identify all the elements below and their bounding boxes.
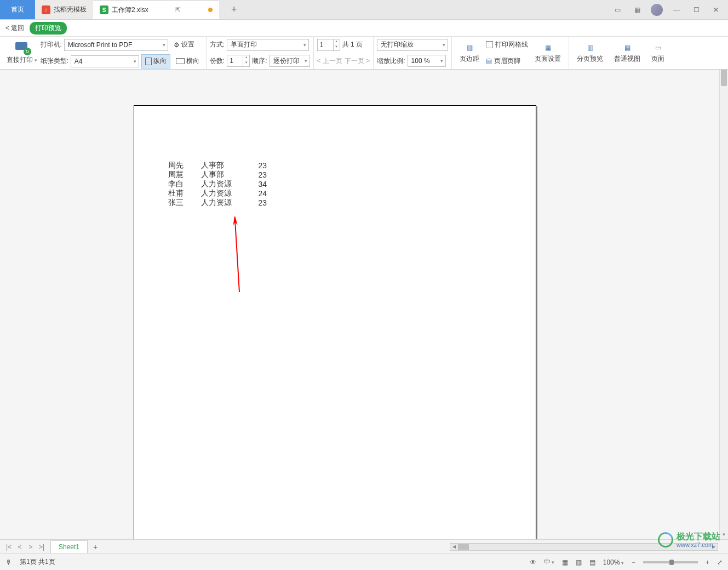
mode-label: 方式: — [210, 40, 225, 49]
settings-button[interactable]: ⚙设置 — [170, 38, 198, 52]
printer-icon — [14, 41, 30, 54]
ime-button[interactable]: 中 — [544, 557, 554, 567]
status-bar: 🎙 第1页 共1页 👁 中 ▦ ▥ ▤ 100% − + ⤢ — [0, 554, 728, 570]
minimize-button[interactable]: — — [669, 2, 684, 18]
vertical-scrollbar[interactable]: ▲ ▼ — [719, 70, 728, 539]
group-pagenav: 1▲▼ 共 1 页 < 上一页 下一页 > — [314, 37, 374, 69]
layout1-icon[interactable]: ▭ — [610, 2, 625, 18]
pagebreak-button[interactable]: ▥分页预览 — [572, 38, 607, 68]
page-info-label: 第1页 共1页 — [20, 557, 55, 567]
scroll-down-icon[interactable]: ▼ — [720, 531, 728, 539]
sheet-nav: |< < > >| — [0, 543, 50, 551]
grid-icon: ▦ — [622, 42, 633, 53]
share-icon[interactable]: ⇱ — [175, 6, 181, 14]
table-row: 李白人力资源34 — [168, 179, 267, 189]
sheet-first-button[interactable]: |< — [3, 543, 14, 551]
mode-select[interactable]: 单面打印 — [227, 39, 309, 51]
close-button[interactable]: ✕ — [708, 2, 724, 18]
landscape-button[interactable]: 横向 — [173, 54, 203, 69]
gridlines-checkbox[interactable] — [486, 41, 493, 48]
paper-label: 纸张类型: — [41, 56, 68, 66]
scale-select[interactable]: 无打印缩放 — [377, 39, 448, 51]
page-view-button[interactable]: ▭页面 — [647, 38, 669, 68]
zoom-value[interactable]: 100% — [603, 558, 624, 566]
group-mode: 方式: 单面打印 份数: 1▲▼ 顺序: 逐份打印 — [207, 37, 314, 69]
page-icon: ▭ — [652, 42, 663, 53]
normal-view-button[interactable]: ▦普通视图 — [610, 38, 645, 68]
zoom-slider[interactable] — [643, 561, 698, 563]
annotation-arrow — [232, 216, 243, 293]
tab-template[interactable]: ↓ 找稻壳模板 — [35, 0, 93, 19]
headerfooter-button[interactable]: 页眉页脚 — [494, 56, 520, 66]
unsaved-dot — [208, 8, 213, 12]
toolbar: 直接打印 打印机: Microsoft Print to PDF ⚙设置 纸张类… — [0, 37, 728, 70]
ratio-select[interactable]: 100 % — [408, 55, 446, 67]
copies-label: 份数: — [210, 56, 225, 66]
margins-button[interactable]: ▥页边距 — [455, 38, 484, 68]
sheet-prev-button[interactable]: < — [14, 543, 25, 551]
view-page-icon[interactable]: ▥ — [576, 558, 582, 566]
direct-print-button[interactable]: 直接打印 — [7, 41, 37, 65]
scroll-thumb[interactable] — [721, 70, 727, 86]
zoom-in-button[interactable]: + — [706, 558, 709, 566]
paper-select[interactable]: A4 — [71, 55, 139, 67]
margins-icon: ▥ — [464, 42, 475, 53]
sheet-last-button[interactable]: >| — [36, 543, 47, 551]
maximize-button[interactable]: ☐ — [689, 2, 704, 18]
scroll-left-icon[interactable]: ◀ — [450, 544, 458, 549]
prev-page-button[interactable]: < 上一页 — [317, 56, 342, 66]
view-break-icon[interactable]: ▤ — [589, 558, 595, 566]
pagesetup-button[interactable]: ▦页面设置 — [530, 38, 565, 68]
layout-grid-icon[interactable]: ▦ — [629, 2, 645, 18]
watermark-logo-icon — [655, 529, 676, 550]
table-row: 张三人力资源23 — [168, 198, 267, 207]
order-select[interactable]: 逐份打印 — [270, 55, 310, 67]
printer-select[interactable]: Microsoft Print to PDF — [64, 39, 168, 51]
next-page-button[interactable]: 下一页 > — [345, 56, 370, 66]
headerfooter-icon: ▤ — [486, 57, 492, 65]
sub-header: 返回 打印预览 — [0, 20, 728, 37]
titlebar: 首页 ↓ 找稻壳模板 S 工作簿2.xlsx ⇱ + ▭ ▦ — ☐ ✕ — [0, 0, 728, 20]
window-controls: ▭ ▦ — ☐ ✕ — [610, 0, 728, 19]
tab-home[interactable]: 首页 — [0, 0, 35, 19]
copies-input[interactable]: 1▲▼ — [227, 55, 250, 67]
page-total-label: 共 1 页 — [342, 40, 363, 49]
user-avatar[interactable] — [649, 2, 664, 18]
add-tab[interactable]: + — [219, 0, 249, 19]
tab-document[interactable]: S 工作簿2.xlsx ⇱ — [93, 0, 219, 19]
portrait-button[interactable]: 纵向 — [141, 54, 170, 69]
group-print: 直接打印 打印机: Microsoft Print to PDF ⚙设置 纸张类… — [3, 37, 207, 69]
zoom-out-button[interactable]: − — [632, 558, 635, 566]
plus-icon: + — [226, 4, 243, 15]
table-row: 周慧人事部23 — [168, 170, 267, 179]
group-view: ▥分页预览 ▦普通视图 ▭页面 — [569, 37, 672, 69]
print-preview-badge: 打印预览 — [30, 22, 67, 35]
printer-label: 打印机: — [41, 40, 62, 49]
svg-line-1 — [235, 220, 239, 292]
table-row: 杜甫人力资源24 — [168, 189, 267, 198]
order-label: 顺序: — [252, 56, 267, 66]
gear-icon: ⚙ — [174, 41, 180, 49]
sheet-bar: |< < > >| Sheet1 + ◀ ▶ — [0, 539, 728, 554]
portrait-icon — [145, 58, 152, 65]
landscape-icon — [176, 58, 185, 64]
preview-canvas: 周先人事部23 周慧人事部23 李白人力资源34 杜甫人力资源24 张三人力资源… — [0, 70, 719, 539]
hscroll-thumb[interactable] — [458, 544, 469, 550]
template-icon: ↓ — [42, 5, 50, 14]
view-normal-icon[interactable]: ▦ — [562, 558, 568, 566]
xlsx-icon: S — [100, 5, 108, 14]
sheet-next-button[interactable]: > — [25, 543, 36, 551]
page-input[interactable]: 1▲▼ — [317, 39, 340, 51]
ratio-label: 缩放比例: — [377, 56, 405, 66]
back-button[interactable]: 返回 — [5, 24, 24, 33]
sheet-tab[interactable]: Sheet1 — [50, 540, 88, 553]
watermark: 极光下载站 www.xz7.com — [658, 532, 720, 548]
voice-icon[interactable]: 🎙 — [5, 558, 12, 566]
eye-icon[interactable]: 👁 — [530, 558, 536, 566]
table-row: 周先人事部23 — [168, 161, 267, 170]
add-sheet-button[interactable]: + — [88, 543, 103, 551]
pagebreak-icon: ▥ — [584, 42, 595, 53]
group-scale: 无打印缩放 缩放比例: 100 % — [374, 37, 452, 69]
fullscreen-icon[interactable]: ⤢ — [717, 558, 723, 566]
group-layout: ▥页边距 打印网格线 ▤页眉页脚 ▦页面设置 — [452, 37, 569, 69]
